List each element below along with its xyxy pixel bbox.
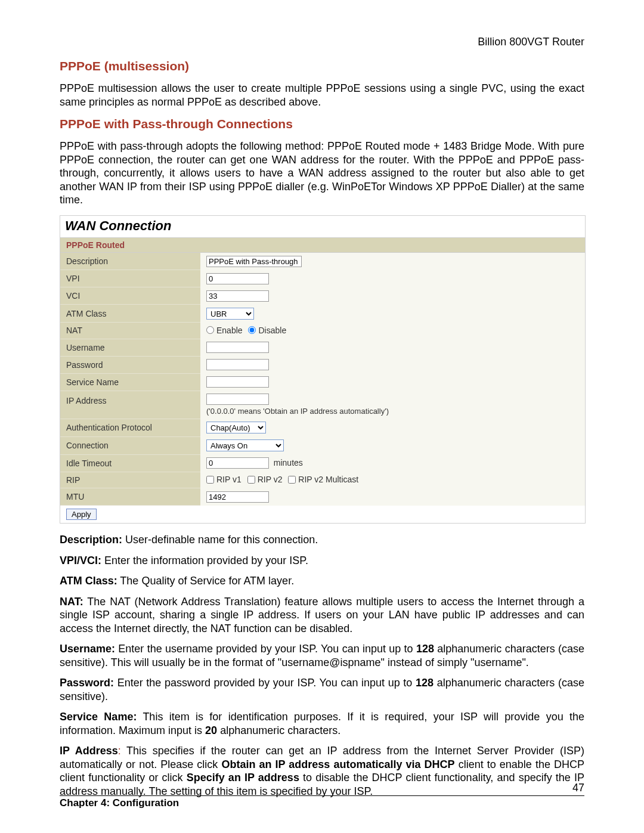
page-footer: 47 Chapter 4: Configuration bbox=[60, 782, 584, 809]
auth-protocol-select[interactable]: Chap(Auto) bbox=[206, 422, 266, 433]
row-atm-label: ATM Class bbox=[60, 305, 200, 323]
rip-v2m-checkbox[interactable] bbox=[288, 476, 296, 484]
row-ip-label: IP Address bbox=[60, 391, 200, 419]
def-vpivci-text: Enter the information provided by your I… bbox=[101, 555, 308, 566]
ip-address-input[interactable] bbox=[206, 394, 269, 405]
password-input[interactable] bbox=[206, 359, 269, 370]
vci-input[interactable] bbox=[206, 290, 269, 302]
row-description-label: Description bbox=[60, 253, 200, 270]
row-nat-label: NAT bbox=[60, 323, 200, 339]
def-description-label: Description: bbox=[60, 534, 122, 546]
section-passthrough-title: PPPoE with Pass-through Connections bbox=[60, 117, 584, 131]
def-nat-label: NAT: bbox=[60, 596, 83, 608]
page-number: 47 bbox=[60, 782, 584, 794]
idle-suffix: minutes bbox=[274, 458, 303, 467]
def-service-label: Service Name: bbox=[60, 711, 137, 723]
row-service-label: Service Name bbox=[60, 373, 200, 391]
rip-v2-label: RIP v2 bbox=[258, 475, 283, 484]
header-router: Billion 800VGT Router bbox=[60, 36, 584, 48]
def-username-label: Username: bbox=[60, 643, 115, 655]
row-vci-label: VCI bbox=[60, 287, 200, 305]
def-password-label: Password: bbox=[60, 677, 114, 689]
def-vpivci-label: VPI/VCI: bbox=[60, 555, 101, 566]
apply-button[interactable]: Apply bbox=[66, 509, 97, 520]
panel-subtitle: PPPoE Routed bbox=[60, 238, 585, 253]
description-input[interactable] bbox=[206, 256, 302, 267]
def-ip-label: IP Address bbox=[60, 745, 118, 757]
row-auth-label: Authentication Protocol bbox=[60, 419, 200, 436]
wan-form-table: Description VPI VCI ATM Class UBR bbox=[60, 253, 585, 524]
row-username-label: Username bbox=[60, 339, 200, 356]
panel-title: WAN Connection bbox=[60, 216, 585, 238]
row-rip-label: RIP bbox=[60, 472, 200, 488]
nat-enable-label: Enable bbox=[216, 326, 243, 335]
atm-class-select[interactable]: UBR bbox=[206, 308, 254, 320]
mtu-input[interactable] bbox=[206, 491, 269, 503]
def-atm-label: ATM Class: bbox=[60, 575, 117, 587]
row-password-label: Password bbox=[60, 356, 200, 373]
row-connection-label: Connection bbox=[60, 436, 200, 454]
vpi-input[interactable] bbox=[206, 273, 269, 284]
section-multisession-text: PPPoE multisession allows the user to cr… bbox=[60, 82, 584, 109]
section-multisession-title: PPPoE (multisession) bbox=[60, 59, 584, 73]
connection-select[interactable]: Always On bbox=[206, 439, 284, 451]
row-vpi-label: VPI bbox=[60, 270, 200, 287]
def-nat-text: The NAT (Network Address Translation) fe… bbox=[60, 596, 584, 634]
rip-v2-checkbox[interactable] bbox=[247, 476, 255, 484]
nat-enable-radio[interactable] bbox=[206, 326, 214, 334]
idle-timeout-input[interactable] bbox=[206, 457, 269, 469]
section-passthrough-text: PPPoE with pass-through adopts the follo… bbox=[60, 140, 584, 207]
rip-v1-checkbox[interactable] bbox=[206, 476, 214, 484]
service-name-input[interactable] bbox=[206, 376, 269, 388]
definitions-block: Description: User-definable name for thi… bbox=[60, 533, 584, 798]
def-description-text: User-definable name for this connection. bbox=[122, 534, 318, 546]
ip-hint: ('0.0.0.0' means 'Obtain an IP address a… bbox=[206, 407, 579, 416]
row-idle-label: Idle Timeout bbox=[60, 454, 200, 472]
wan-connection-panel: WAN Connection PPPoE Routed Description … bbox=[60, 215, 586, 524]
chapter-label: Chapter 4: Configuration bbox=[60, 797, 584, 809]
nat-disable-radio[interactable] bbox=[248, 326, 256, 334]
row-mtu-label: MTU bbox=[60, 488, 200, 506]
username-input[interactable] bbox=[206, 342, 269, 353]
def-atm-text: The Quality of Service for ATM layer. bbox=[117, 575, 294, 587]
nat-disable-label: Disable bbox=[258, 326, 286, 335]
rip-v1-label: RIP v1 bbox=[216, 475, 242, 484]
rip-v2m-label: RIP v2 Multicast bbox=[298, 475, 358, 484]
